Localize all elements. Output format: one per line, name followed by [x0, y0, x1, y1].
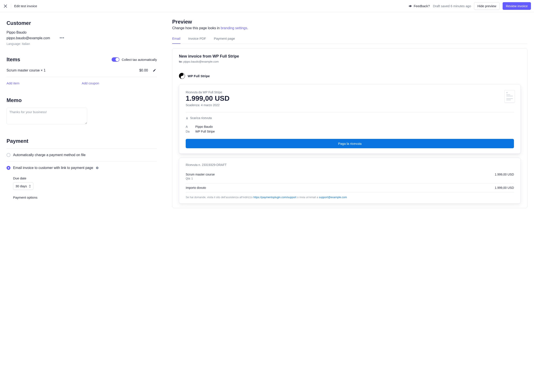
- feedback-link[interactable]: Feedback?: [409, 4, 430, 8]
- review-invoice-button[interactable]: Review invoice: [503, 2, 531, 10]
- receipt-to: Pippo Baudo: [195, 125, 213, 128]
- pencil-icon: [153, 69, 156, 72]
- payment-options-label: Payment options: [7, 196, 157, 199]
- support-text: Se hai domande, visita il sito dell'assi…: [186, 192, 514, 200]
- receipt-amount: 1.999,00 USD: [186, 94, 514, 103]
- chevron-updown-icon: [29, 185, 31, 188]
- collect-tax-toggle[interactable]: [111, 57, 119, 62]
- megaphone-icon: [409, 4, 412, 8]
- customer-name: Pippo Baudo: [7, 31, 157, 34]
- line-item-qty: Qtà: 1: [186, 177, 514, 180]
- receipt-number: Ricevuta n. 23319329-DRAFT: [186, 163, 514, 167]
- page-title: Edit test invoice: [14, 4, 37, 8]
- draft-status: Draft saved 6 minutes ago: [433, 4, 471, 8]
- due-date-label: Due date: [13, 176, 157, 180]
- preview-email-to: to: pippo.baudo@example.com: [179, 60, 521, 63]
- divider: [186, 112, 514, 112]
- item-price: $0.00: [139, 69, 148, 72]
- items-heading: Items: [7, 56, 20, 63]
- payment-heading: Payment: [7, 138, 157, 144]
- close-icon: [4, 5, 7, 8]
- pay-receipt-button[interactable]: Paga la ricevuta: [186, 139, 514, 148]
- memo-textarea[interactable]: [7, 108, 87, 124]
- customer-email: pippo.baudo@example.com: [7, 36, 50, 40]
- hide-preview-button[interactable]: Hide preview: [474, 2, 500, 10]
- gear-icon[interactable]: [96, 166, 99, 169]
- customer-heading: Customer: [7, 20, 157, 26]
- radio-auto[interactable]: [7, 153, 10, 157]
- brand-logo-icon: [179, 73, 185, 79]
- radio-email[interactable]: [7, 166, 10, 170]
- customer-language: Language: Italian: [7, 42, 157, 46]
- tab-invoice-pdf[interactable]: Invoice PDF: [188, 34, 206, 44]
- divider: [11, 4, 11, 9]
- preview-email-title: New invoice from WP Full Stripe: [179, 54, 521, 59]
- receipt-sender: WP Full Stripe: [195, 130, 215, 133]
- document-icon: [504, 90, 515, 103]
- support-link[interactable]: https://paymentsplugin.com/support: [253, 196, 296, 199]
- receipt-details-card: Ricevuta n. 23319329-DRAFT Scrum master …: [179, 158, 521, 204]
- tab-payment-page[interactable]: Payment page: [214, 34, 235, 44]
- receipt-card: Ricevuta da WP Full Stripe 1.999,00 USD …: [179, 84, 521, 154]
- total-value: 1.999,00 USD: [495, 186, 514, 189]
- customer-more-button[interactable]: •••: [59, 35, 65, 41]
- memo-heading: Memo: [7, 97, 157, 103]
- brand-name: WP Full Stripe: [188, 74, 210, 78]
- branding-settings-link[interactable]: branding settings: [221, 26, 247, 30]
- add-coupon-link[interactable]: Add coupon: [82, 81, 99, 85]
- due-date-value: 30 days: [15, 184, 27, 188]
- tab-email[interactable]: Email: [172, 34, 181, 44]
- feedback-label: Feedback?: [414, 4, 430, 8]
- download-receipt-link[interactable]: Scarica ricevuta: [186, 116, 514, 120]
- line-item-name: Scrum master course: [186, 173, 215, 176]
- receipt-due: Scadenza: 4 marzo 2022: [186, 103, 514, 107]
- collect-tax-label: Collect tax automatically: [122, 58, 157, 61]
- preview-card: New invoice from WP Full Stripe to: pipp…: [172, 48, 527, 208]
- topbar: Edit test invoice Feedback? Draft saved …: [0, 0, 534, 12]
- payment-option-email-label: Email invoice to customer with link to p…: [13, 166, 93, 170]
- payment-option-auto[interactable]: Automatically charge a payment method on…: [7, 149, 157, 161]
- payment-option-auto-label: Automatically charge a payment method on…: [13, 153, 86, 157]
- payment-option-email[interactable]: Email invoice to customer with link to p…: [7, 161, 157, 174]
- preview-heading: Preview: [172, 19, 527, 25]
- item-row: Scrum master course × 1 $0.00: [7, 64, 157, 77]
- preview-subtext: Change how this page looks in branding s…: [172, 26, 527, 30]
- total-label: Importo dovuto: [186, 186, 206, 189]
- close-button[interactable]: [3, 4, 8, 9]
- edit-item-button[interactable]: [152, 68, 157, 73]
- add-item-link[interactable]: Add item: [7, 81, 19, 85]
- due-date-select[interactable]: 30 days: [13, 182, 33, 190]
- support-email-link[interactable]: support@example.com: [319, 196, 347, 199]
- ellipsis-icon: •••: [60, 36, 64, 40]
- receipt-from-label: Ricevuta da WP Full Stripe: [186, 90, 514, 94]
- item-name: Scrum master course × 1: [7, 69, 46, 72]
- line-item-price: 1.999,00 USD: [495, 173, 514, 176]
- download-icon: [186, 117, 188, 119]
